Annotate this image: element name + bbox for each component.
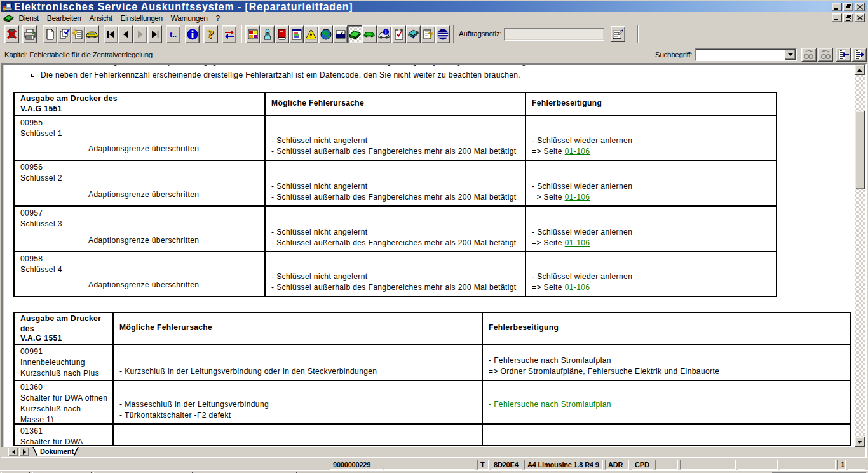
cell-fault-cause: - Schlüssel nicht angelernt- Schlüssel a…: [265, 160, 526, 206]
repair-manual-green-button[interactable]: [348, 25, 362, 43]
cell-fault-code: 00958Schlüssel 4Adaptionsgrenze überschr…: [14, 252, 265, 296]
search-combobox[interactable]: [695, 48, 797, 61]
history-t-button[interactable]: t..: [166, 25, 180, 43]
status-engine-code: 8D20E4: [491, 460, 522, 470]
modules-grid-button[interactable]: [245, 25, 260, 43]
cell-fault-code: 01361Schalter für DWA: [14, 424, 113, 446]
mdi-restore-button[interactable]: [843, 13, 853, 22]
status-adr: ADR: [605, 460, 629, 470]
status-cpd: CPD: [632, 460, 653, 470]
scroll-up-button[interactable]: [855, 65, 865, 75]
scroll-down-button[interactable]: [855, 437, 865, 447]
nav-next-button[interactable]: [133, 25, 147, 43]
nav-first-button[interactable]: [104, 25, 118, 43]
minimize-button[interactable]: [832, 3, 842, 11]
copy-check-button[interactable]: [57, 25, 71, 43]
edit-note-button[interactable]: [611, 26, 625, 42]
menu-dienst[interactable]: Dienst: [15, 13, 43, 24]
toolbar: t..??Auftragsnotiz:: [1, 24, 867, 45]
literature-stack-button[interactable]: [406, 25, 421, 43]
header-cell: Fehlerbeseitigung: [526, 92, 776, 116]
vehicle-green-button[interactable]: [362, 25, 377, 43]
document-link[interactable]: 01-106: [565, 193, 590, 202]
abort-document-button[interactable]: [4, 25, 19, 43]
globe-button[interactable]: [318, 25, 333, 43]
checklist-button[interactable]: [391, 25, 406, 43]
table-row: 00957Schlüssel 3Adaptionsgrenze überschr…: [14, 206, 776, 252]
document-link[interactable]: 01-106: [565, 283, 590, 292]
cell-fault-cause: - Schlüssel nicht angelernt- Schlüssel a…: [265, 116, 526, 160]
table-row: 01361Schalter für DWA: [14, 424, 850, 446]
fault-table-zv: Ausgabe am Drucker desV.A.G 1551Mögliche…: [13, 92, 777, 297]
vehicle-info-button[interactable]: [377, 25, 391, 43]
cell-fault-remedy: [482, 424, 850, 446]
close-button[interactable]: [855, 3, 865, 11]
menu-warnungen[interactable]: Warnungen: [166, 13, 212, 24]
table-header-row: Ausgabe am Drucker desV.A.G 1551Mögliche…: [14, 92, 776, 116]
cell-fault-remedy: - Fehlersuche nach Stromlaufplan=> Ordne…: [482, 345, 850, 380]
header-cell: Ausgabe am DruckerdesV.A.G 1551: [14, 312, 113, 345]
new-document-button[interactable]: [43, 25, 57, 43]
search-previous-button[interactable]: [818, 48, 833, 62]
status-page: 1: [837, 460, 846, 470]
document-link[interactable]: - Fehlersuche nach Stromlaufplan: [489, 400, 611, 409]
cell-fault-remedy: - Fehlersuche nach Stromlaufplan: [482, 380, 850, 424]
nav-last-button[interactable]: [147, 25, 162, 43]
mdi-close-button[interactable]: [855, 13, 865, 22]
vertical-scrollbar[interactable]: [855, 65, 865, 447]
doc-back-button[interactable]: [836, 48, 851, 62]
menu-?[interactable]: ?: [212, 13, 224, 24]
menu-einstellungen[interactable]: Einstellungen: [116, 13, 166, 24]
header-cell: Mögliche Fehlerursache: [265, 92, 526, 116]
document-list-button[interactable]: [289, 25, 304, 43]
mdi-window-controls: [832, 13, 865, 22]
cell-fault-cause: - Schlüssel nicht angelernt- Schlüssel a…: [265, 206, 526, 252]
svg-text:?: ?: [428, 30, 433, 39]
document-book-icon[interactable]: [3, 13, 14, 24]
swap-arrows-button[interactable]: [222, 25, 236, 43]
doc-forward-button[interactable]: [851, 48, 867, 62]
cell-fault-cause: - Schlüssel nicht angelernt- Schlüssel a…: [265, 252, 526, 296]
document-tab-bar: Dokument: [1, 447, 857, 457]
status-empty: [848, 460, 865, 470]
manual-red-button[interactable]: [275, 25, 289, 43]
header-cell: Ausgabe am Drucker desV.A.G 1551: [14, 92, 265, 116]
nav-previous-button[interactable]: [118, 25, 133, 43]
tab-dokument[interactable]: Dokument: [32, 447, 80, 457]
status-empty: [780, 460, 836, 470]
cell-fault-code: 00955Schlüssel 1Adaptionsgrenze überschr…: [14, 116, 265, 160]
search-dropdown-button[interactable]: [785, 50, 796, 60]
table-row: 01360Schalter für DWA öffnenKurzschluß n…: [14, 380, 850, 424]
note-text: Die neben der Fehlerkennzahl erscheinend…: [41, 71, 520, 79]
print-button[interactable]: [22, 25, 37, 43]
document-link[interactable]: 01-106: [565, 238, 590, 247]
info-button[interactable]: [185, 25, 200, 43]
tab-scroll-right-button[interactable]: [19, 448, 29, 456]
restore-button[interactable]: [843, 3, 853, 11]
menu-bearbeiten[interactable]: Bearbeiten: [43, 13, 85, 24]
table-row: 00958Schlüssel 4Adaptionsgrenze überschr…: [14, 252, 776, 296]
network-sphere-button[interactable]: [435, 25, 450, 43]
document-content: Die Fehlerkennzahl gibt die Fehlerquelle…: [4, 65, 856, 447]
new-note-button[interactable]: [71, 25, 85, 43]
vehicle-yellow-button[interactable]: [85, 25, 99, 43]
status-empty: [738, 460, 778, 470]
status-model: A4 Limousine 1.8 R4 9: [524, 460, 603, 470]
table-header-row: Ausgabe am DruckerdesV.A.G 1551Mögliche …: [14, 312, 850, 345]
tab-scroll-left-button[interactable]: [8, 448, 18, 456]
document-help-button[interactable]: ?: [421, 25, 435, 43]
user-figure-button[interactable]: [260, 25, 275, 43]
cell-fault-cause: - Masseschluß in der Leitungsverbindung-…: [113, 380, 482, 424]
mdi-minimize-button[interactable]: [832, 13, 842, 22]
search-next-button[interactable]: [801, 48, 817, 62]
gauge-button[interactable]: [333, 25, 348, 43]
hazard-warning-button[interactable]: [304, 25, 318, 43]
help-button[interactable]: ?: [203, 25, 218, 43]
menu-ansicht[interactable]: Ansicht: [85, 13, 116, 24]
cell-fault-remedy: - Schlüssel wieder anlernen=> Seite 01-1…: [526, 206, 776, 252]
scrollbar-thumb[interactable]: [855, 111, 865, 189]
auftragsnotiz-input[interactable]: [504, 28, 604, 41]
document-link[interactable]: 01-106: [565, 147, 590, 156]
fault-table-printer: Ausgabe am DruckerdesV.A.G 1551Mögliche …: [13, 312, 851, 446]
window-controls: [832, 3, 865, 11]
